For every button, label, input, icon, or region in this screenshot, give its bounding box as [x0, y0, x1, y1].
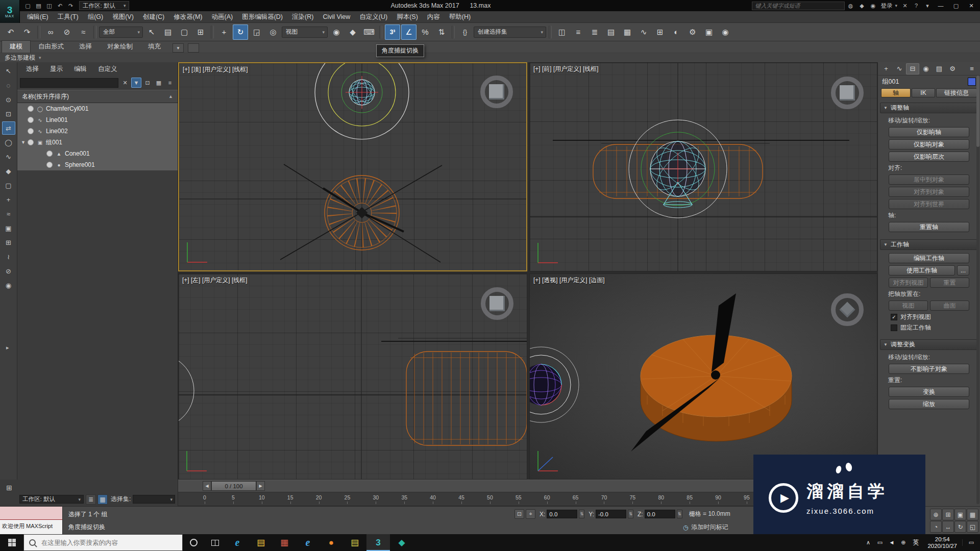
reset-transform-button[interactable]: 变换: [889, 387, 969, 397]
visibility-eye-icon[interactable]: [28, 117, 34, 123]
filter-helpers-icon[interactable]: +: [2, 193, 15, 206]
place-surface-button[interactable]: 曲面: [930, 300, 969, 311]
maxfile-icon[interactable]: ◆: [390, 534, 413, 551]
pick-parent-icon[interactable]: ▦: [154, 78, 164, 88]
taskbar-search[interactable]: [23, 534, 183, 551]
visibility-eye-icon[interactable]: [28, 128, 34, 134]
undo-icon[interactable]: ↶: [3, 24, 18, 40]
select-by-name-icon[interactable]: ▤: [160, 24, 176, 40]
mirror-icon[interactable]: ◫: [554, 24, 570, 40]
grid-toggle-icon[interactable]: ▦: [97, 494, 108, 505]
toggle-layer-explorer-icon[interactable]: ▤: [603, 24, 619, 40]
explorer-menu-item[interactable]: 显示: [44, 62, 68, 76]
tray-expand-icon[interactable]: ∧: [862, 539, 874, 546]
angle-snap-icon[interactable]: ∠: [401, 24, 416, 40]
create-tab-icon[interactable]: +: [879, 63, 893, 74]
menu-item[interactable]: 帮助(H): [445, 11, 475, 23]
viewport-left[interactable]: [+] [左] [用户定义] [线框]: [178, 273, 527, 480]
application-menu-button[interactable]: 3 MAX: [0, 0, 20, 23]
ribbon-tab[interactable]: 自由形式: [31, 41, 71, 53]
z-coordinate-field[interactable]: 0.0: [645, 510, 675, 518]
object-name-field[interactable]: 组001: [882, 78, 899, 86]
dont-affect-children-button[interactable]: 不影响子对象: [889, 364, 969, 374]
menu-item[interactable]: 视图(V): [108, 11, 138, 23]
maximize-viewport-icon[interactable]: ◱: [967, 521, 978, 533]
menu-item[interactable]: 工具(T): [53, 11, 83, 23]
zoom-icon[interactable]: ⊕: [930, 509, 942, 520]
menu-item[interactable]: 修改器(M): [169, 11, 207, 23]
viewcube[interactable]: [831, 293, 864, 326]
display-all-icon[interactable]: ◉: [2, 279, 15, 292]
separator[interactable]: [37, 26, 40, 39]
listener-macro-row[interactable]: [0, 507, 62, 520]
viewport-perspective-label[interactable]: [+] [透视] [用户定义] [边面]: [533, 276, 605, 285]
explorer-settings-icon[interactable]: ≡: [165, 78, 175, 88]
visibility-eye-icon[interactable]: [46, 162, 53, 168]
next-frame-button[interactable]: ▶: [256, 481, 265, 491]
new-scene-icon[interactable]: ▢: [22, 0, 33, 11]
field-of-view-icon[interactable]: ◔: [930, 521, 942, 533]
select-object-icon[interactable]: ↖: [144, 24, 159, 40]
menu-item[interactable]: 自定义(U): [355, 11, 392, 23]
edit-working-pivot-button[interactable]: 编辑工作轴: [889, 253, 969, 263]
pin-explorer-icon[interactable]: ⊙: [2, 93, 15, 106]
select-and-rotate-icon[interactable]: ↻: [233, 24, 248, 40]
scene-object-row[interactable]: ● Sphere001: [17, 159, 178, 170]
working-pivot-more-button[interactable]: ...: [957, 265, 969, 276]
render-production-icon[interactable]: ◉: [718, 24, 733, 40]
menu-item[interactable]: 动画(A): [207, 11, 237, 23]
redo-icon[interactable]: ↷: [19, 24, 35, 40]
close-button[interactable]: ✕: [964, 0, 979, 11]
ie-icon[interactable]: e: [296, 534, 320, 551]
lock-working-pivot-checkbox[interactable]: [891, 324, 897, 331]
hierarchy-subtab[interactable]: 轴: [881, 88, 911, 97]
reset-scale-button[interactable]: 缩放: [889, 399, 969, 409]
align-to-view-checkbox[interactable]: ✓: [891, 314, 897, 320]
firefox-icon[interactable]: ●: [320, 534, 343, 551]
network-icon[interactable]: ⊕: [897, 539, 909, 546]
display-tab-icon[interactable]: ▤: [933, 63, 946, 74]
cortana-button[interactable]: [183, 534, 204, 551]
hierarchy-subtab[interactable]: 链接信息: [936, 88, 977, 97]
command-panel-scrollbar[interactable]: [976, 76, 979, 504]
notification-center-icon[interactable]: ▭: [962, 539, 980, 546]
rendered-frame-window-icon[interactable]: ▣: [701, 24, 717, 40]
absolute-mode-icon[interactable]: ⌖: [526, 509, 535, 519]
zoom-extents-icon[interactable]: ▣: [954, 509, 966, 520]
undo-quick-icon[interactable]: ↶: [55, 0, 65, 11]
object-color-swatch[interactable]: [968, 78, 976, 86]
open-file-icon[interactable]: ▤: [33, 0, 44, 11]
menu-item[interactable]: 渲染(R): [287, 11, 318, 23]
scene-object-row[interactable]: ∿ Line001: [17, 114, 178, 126]
spinner-snap-icon[interactable]: ⇅: [434, 24, 449, 40]
notepad-icon[interactable]: ▤: [343, 534, 366, 551]
clear-search-icon[interactable]: ✕: [120, 78, 130, 88]
edit-named-selection-icon[interactable]: {}: [457, 24, 473, 40]
ribbon-collapse-icon[interactable]: ▼: [173, 43, 184, 53]
sign-in-button[interactable]: 登录: [878, 2, 899, 10]
x-coordinate-field[interactable]: 0.0: [547, 510, 577, 518]
rollout-header[interactable]: ▼ 工作轴: [880, 239, 978, 250]
viewport-top[interactable]: [+] [顶] [用户定义] [线框]: [178, 62, 527, 271]
filter-xrefs-icon[interactable]: ⊞: [2, 236, 15, 249]
reset-pivot-button[interactable]: 重置轴: [889, 222, 969, 232]
file-explorer-icon[interactable]: ▤: [249, 534, 273, 551]
menu-item[interactable]: 创建(C): [138, 11, 169, 23]
motion-tab-icon[interactable]: ◉: [919, 63, 933, 74]
filter-spacewarps-icon[interactable]: ≈: [2, 207, 15, 220]
viewcube[interactable]: [831, 77, 864, 109]
ribbon-tab[interactable]: 对象绘制: [100, 41, 140, 53]
display-tray-icon[interactable]: ▭: [874, 539, 886, 546]
keyboard-override-icon[interactable]: ⌨: [361, 24, 377, 40]
ribbon-options-icon[interactable]: [188, 43, 199, 53]
select-and-scale-icon[interactable]: ◲: [249, 24, 264, 40]
workspace-dropdown[interactable]: 工作区: 默认: [79, 1, 129, 10]
listener-output-row[interactable]: 欢迎使用 MAXScript: [0, 520, 62, 535]
user-icon[interactable]: ◉: [867, 0, 878, 11]
input-method-indicator[interactable]: 英: [909, 538, 922, 547]
lock-explorer-icon[interactable]: ⊡: [2, 107, 15, 120]
snap-toggle-3d-icon[interactable]: 3³: [385, 24, 400, 40]
find-icon[interactable]: ◌: [2, 79, 15, 92]
explorer-sort-header[interactable]: 名称(按升序排序) ▲: [17, 90, 178, 103]
save-file-icon[interactable]: ◫: [44, 0, 55, 11]
